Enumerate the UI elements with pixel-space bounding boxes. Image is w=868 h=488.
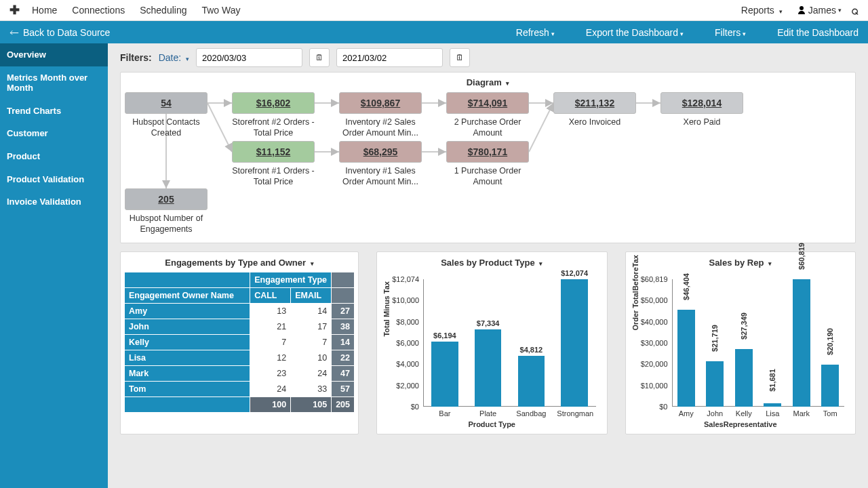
- chart-bar[interactable]: [706, 361, 724, 407]
- bar-value-label: $21,719: [711, 318, 719, 359]
- sales-rep-title[interactable]: Sales by Rep ▾: [626, 252, 856, 272]
- sidebar-item-overview[interactable]: Overview: [0, 43, 108, 66]
- filter-row: Filters: Date: ▾ 🗓 🗓: [108, 43, 868, 72]
- diagram-node-value[interactable]: $11,152: [232, 141, 315, 163]
- diagram-node[interactable]: $109,867Inventory #2 Sales Order Amount …: [339, 92, 422, 138]
- diagram-node-value[interactable]: $109,867: [339, 92, 422, 114]
- diagram-node[interactable]: 205Hubspot Number of Engagements: [125, 188, 208, 235]
- y-tick: $30,000: [633, 339, 668, 347]
- diagram-node-value[interactable]: $714,091: [446, 92, 529, 114]
- nav-reports[interactable]: Reports ▾: [741, 5, 783, 16]
- y-tick: $10,000: [633, 382, 668, 390]
- sidebar-item-customer[interactable]: Customer: [0, 122, 108, 145]
- table-row-name: Lisa: [125, 350, 250, 366]
- arrow-left-icon: 🡐: [9, 27, 19, 38]
- export-action[interactable]: Export the Dashboard▾: [586, 27, 684, 38]
- search-icon[interactable]: ⌕: [851, 3, 859, 18]
- x-axis-label: SalesRepresentative: [704, 420, 777, 428]
- bar-value-label: $1,681: [768, 360, 776, 401]
- x-tick: Strongman: [557, 409, 592, 418]
- x-tick: Plate: [471, 409, 506, 418]
- bar-value-label: $7,334: [469, 319, 507, 327]
- chart-bar[interactable]: [475, 329, 502, 407]
- y-tick: $6,000: [384, 339, 419, 347]
- diagram-node-label: Xero Invoiced: [553, 117, 636, 128]
- diagram-node-label: Storefront #1 Orders - Total Price: [232, 166, 315, 187]
- table-row-name: Amy: [125, 304, 250, 319]
- sidebar-item-product[interactable]: Product: [0, 145, 108, 168]
- engagement-title[interactable]: Engagements by Type and Owner ▾: [121, 252, 358, 272]
- diagram-node-label: Hubspot Number of Engagements: [125, 214, 208, 235]
- diagram-title[interactable]: Diagram ▾: [121, 73, 855, 92]
- chart-bar[interactable]: [821, 365, 839, 407]
- y-tick: $4,000: [384, 360, 419, 368]
- sidebar-item-invoice-validation[interactable]: Invoice Validation: [0, 190, 108, 214]
- date-label[interactable]: Date: ▾: [159, 52, 189, 63]
- diagram-panel: Diagram ▾ 54Hubspot Contacts Created$16,…: [120, 72, 856, 243]
- chart-bar[interactable]: [518, 356, 545, 407]
- diagram-node[interactable]: $68,295Inventory #1 Sales Order Amount M…: [339, 141, 422, 187]
- table-row-name: Mark: [125, 366, 250, 382]
- sidebar-item-product-validation[interactable]: Product Validation: [0, 168, 108, 191]
- diagram-node[interactable]: $714,0912 Purchase Order Amount: [446, 92, 529, 138]
- y-tick: $2,000: [384, 382, 419, 390]
- bar-value-label: $12,074: [555, 269, 593, 277]
- sidebar-item-metrics[interactable]: Metrics Month over Month: [0, 66, 108, 100]
- nav-scheduling[interactable]: Scheduling: [140, 5, 186, 16]
- bar-value-label: $46,404: [682, 266, 690, 307]
- chart-bar[interactable]: [677, 310, 695, 407]
- diagram-node[interactable]: $11,152Storefront #1 Orders - Total Pric…: [232, 141, 315, 187]
- x-tick: Mark: [789, 409, 814, 418]
- nav-two-way[interactable]: Two Way: [201, 5, 240, 16]
- y-tick: $0: [633, 403, 668, 411]
- diagram-node[interactable]: $128,014Xero Paid: [660, 92, 743, 128]
- table-row-name: Kelly: [125, 335, 250, 350]
- bar-value-label: $6,194: [426, 331, 464, 340]
- engagement-panel: Engagements by Type and Owner ▾ Engageme…: [120, 251, 359, 434]
- diagram-node-value[interactable]: $780,171: [446, 141, 529, 163]
- table-row-name: Tom: [125, 382, 250, 397]
- plus-icon[interactable]: ✚: [9, 3, 20, 18]
- x-tick: John: [702, 409, 728, 418]
- diagram-node-label: Storefront #2 Orders - Total Price: [232, 117, 315, 138]
- diagram-node[interactable]: $211,132Xero Invoiced: [553, 92, 636, 128]
- sidebar-item-trend[interactable]: Trend Charts: [0, 100, 108, 123]
- y-tick: $0: [384, 403, 419, 411]
- diagram-node-value[interactable]: $211,132: [553, 92, 636, 114]
- x-tick: Kelly: [731, 409, 757, 418]
- filters-action[interactable]: Filters▾: [715, 27, 746, 38]
- date-from-input[interactable]: [196, 48, 302, 67]
- user-menu[interactable]: James ▾: [797, 5, 842, 16]
- calendar-from-icon[interactable]: 🗓: [309, 48, 330, 67]
- diagram-node-label: 1 Purchase Order Amount: [446, 166, 529, 187]
- sidebar: Overview Metrics Month over Month Trend …: [0, 43, 108, 488]
- caret-down-icon: ▾: [779, 8, 783, 15]
- diagram-node[interactable]: 54Hubspot Contacts Created: [125, 92, 208, 138]
- diagram-node-value[interactable]: $68,295: [339, 141, 422, 163]
- y-axis-label: Order TotalBeforeTax: [631, 255, 639, 330]
- chart-bar[interactable]: [764, 403, 781, 407]
- chart-bar[interactable]: [793, 279, 810, 407]
- chart-bar[interactable]: [561, 279, 588, 407]
- nav-connections[interactable]: Connections: [72, 5, 125, 16]
- diagram-node-value[interactable]: 54: [125, 92, 208, 114]
- edit-dashboard-action[interactable]: Edit the Dashboard: [777, 27, 859, 38]
- diagram-node-value[interactable]: $128,014: [660, 92, 743, 114]
- diagram-node-value[interactable]: 205: [125, 188, 208, 210]
- table-row-name: John: [125, 319, 250, 335]
- nav-home[interactable]: Home: [32, 5, 57, 16]
- refresh-action[interactable]: Refresh▾: [516, 27, 555, 38]
- x-tick: Bar: [427, 409, 462, 418]
- date-to-input[interactable]: [336, 48, 443, 67]
- y-axis-label: Total Minus Tax: [382, 281, 391, 337]
- sales-rep-panel: Sales by Rep ▾ $46,404$21,719$27,349$1,6…: [625, 251, 856, 434]
- back-link[interactable]: 🡐Back to Data Source: [9, 27, 110, 38]
- chart-bar[interactable]: [431, 342, 458, 407]
- diagram-node-value[interactable]: $16,802: [232, 92, 315, 114]
- diagram-node-label: 2 Purchase Order Amount: [446, 117, 529, 138]
- calendar-to-icon[interactable]: 🗓: [450, 48, 470, 67]
- filters-label: Filters:: [120, 52, 152, 63]
- diagram-node[interactable]: $16,802Storefront #2 Orders - Total Pric…: [232, 92, 315, 138]
- diagram-node[interactable]: $780,1711 Purchase Order Amount: [446, 141, 529, 187]
- chart-bar[interactable]: [735, 349, 753, 407]
